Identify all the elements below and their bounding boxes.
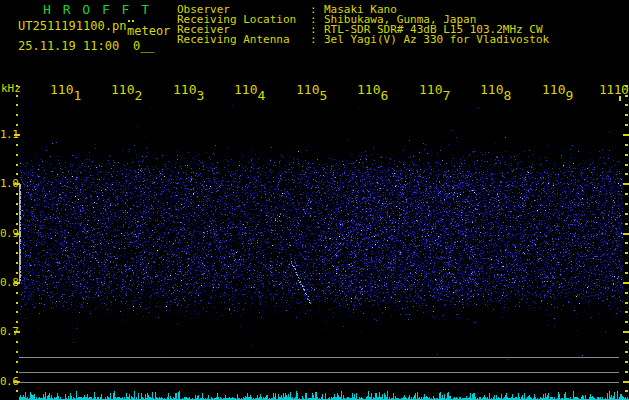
freq-tick-left: [16, 203, 18, 205]
observation-datetime: 25.11.19 11:00: [18, 39, 119, 53]
info-value: 3el Yagi(V) Az 330 for Vladivostok: [324, 33, 549, 46]
freq-tick-right: [623, 282, 629, 284]
bottom-gridline: [19, 357, 619, 358]
output-filename: UT2511191100.pn: [18, 19, 126, 33]
freq-tick-left: [16, 223, 18, 225]
freq-tick-left: [16, 311, 18, 313]
time-label-1101: 1101: [50, 82, 81, 97]
freq-tick-right: [625, 144, 628, 146]
freq-tick-left: [16, 213, 18, 215]
freq-tick-right: [623, 381, 629, 383]
freq-tick-left: [16, 144, 18, 146]
freq-tick-right: [625, 311, 628, 313]
freq-tick-right: [625, 85, 628, 87]
freq-tick-right: [625, 341, 628, 343]
freq-tick-right: [625, 104, 628, 106]
freq-tick-right: [625, 95, 628, 97]
freq-tick-right: [625, 252, 628, 254]
time-tick-1110: [619, 96, 621, 101]
freq-tick-left: [16, 193, 18, 195]
freq-tick-right: [623, 233, 629, 235]
time-label-1105: 1105: [296, 82, 327, 97]
time-label-1110: 1110: [599, 82, 628, 97]
freq-tick-left: [16, 341, 18, 343]
freq-tick-left: [16, 164, 18, 166]
freq-tick-right: [625, 114, 628, 116]
freq-tick-right: [625, 154, 628, 156]
app-title: H R O F F T: [43, 2, 151, 17]
freq-tick-left: [16, 361, 18, 363]
time-label-1104: 1104: [234, 82, 265, 97]
freq-tick-left: [16, 242, 18, 244]
info-row-receiving-antenna: Receiving Antenna:3el Yagi(V) Az 330 for…: [177, 35, 549, 45]
freq-tick-left: [16, 154, 18, 156]
filename-g-remnant: [128, 20, 130, 22]
freq-tick-left: [16, 390, 18, 392]
hrofft-window: H R O F F T UT2511191100.pn meteor 25.11…: [0, 0, 629, 400]
time-label-1102: 1102: [111, 82, 142, 97]
freq-tick-right: [625, 164, 628, 166]
info-colon: :: [310, 35, 324, 45]
freq-tick-left: [16, 302, 18, 304]
freq-tick-right: [625, 173, 628, 175]
freq-tick-left: [16, 272, 18, 274]
echo-counter: 0__: [133, 39, 155, 53]
time-label-1106: 1106: [357, 82, 388, 97]
freq-tick-left: [16, 173, 18, 175]
freq-tick-right: [625, 223, 628, 225]
freq-tick-left: [16, 351, 18, 353]
freq-tick-right: [625, 272, 628, 274]
freq-tick-left: [16, 85, 18, 87]
freq-tick-right: [623, 183, 629, 185]
info-label: Receiving Antenna: [177, 35, 310, 45]
spectrogram-canvas: [20, 103, 623, 361]
freq-tick-right: [625, 361, 628, 363]
freq-tick-right: [625, 292, 628, 294]
freq-tick-right: [625, 124, 628, 126]
freq-tick-right: [625, 321, 628, 323]
freq-tick-right: [625, 242, 628, 244]
station-label: meteor: [127, 24, 170, 38]
signal-level-waveform: [19, 389, 629, 400]
freq-tick-left: [16, 262, 18, 264]
freq-tick-right: [625, 371, 628, 373]
freq-tick-right: [625, 213, 628, 215]
bottom-gridline: [19, 382, 619, 383]
freq-tick-left: [16, 104, 18, 106]
freq-tick-right: [625, 193, 628, 195]
freq-tick-right: [625, 203, 628, 205]
time-label-1109: 1109: [542, 82, 573, 97]
freq-tick-left: [16, 321, 18, 323]
freq-tick-right: [623, 331, 629, 333]
freq-tick-right: [625, 351, 628, 353]
bottom-gridline: [19, 372, 619, 373]
freq-tick-left: [16, 114, 18, 116]
freq-tick-right: [623, 134, 629, 136]
freq-tick-right: [625, 262, 628, 264]
freq-tick-left: [16, 292, 18, 294]
time-label-1108: 1108: [480, 82, 511, 97]
freq-tick-left: [16, 371, 18, 373]
time-label-1107: 1107: [419, 82, 450, 97]
freq-tick-left: [16, 124, 18, 126]
freq-tick-left: [16, 95, 18, 97]
freq-tick-right: [625, 302, 628, 304]
freq-tick-left: [16, 252, 18, 254]
time-label-1103: 1103: [173, 82, 204, 97]
